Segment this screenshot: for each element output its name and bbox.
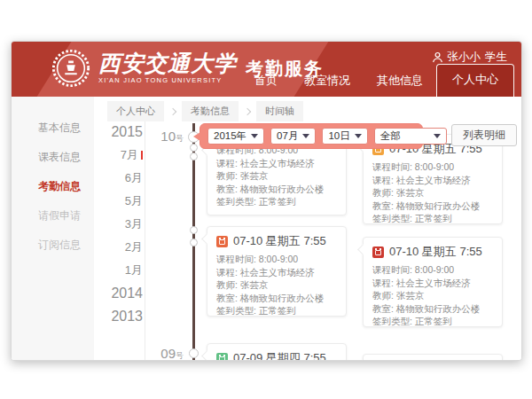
filter-dropdown[interactable]: 2015年 [207,128,264,145]
calendar-status-icon [372,246,384,258]
card-field: 教室: 格物致知行政办公楼 [216,183,337,196]
breadcrumb-item[interactable]: 考勤信息 [182,101,239,121]
calendar-status-icon [216,236,228,247]
chevron-down-icon [355,134,362,138]
timeline-divider [145,121,145,361]
day-number: 09 [160,346,176,361]
attendance-card: 07-09 星期四 7:55 [207,343,347,361]
timeline-year-label[interactable]: 2015 [63,121,143,144]
timeline-month-label[interactable]: 7月 [63,144,143,167]
timeline-month-label[interactable]: 2月 [63,236,143,259]
card-pointer [357,244,369,255]
card-field: 签到类型: 正常签到 [372,315,493,328]
filter-dropdown[interactable]: 10日 [322,128,367,145]
user-role: 学生 [485,50,507,65]
card-field: 教室: 格物致知行政办公楼 [216,292,337,305]
card-field: 课程时间: 8:00-9:00 [372,263,493,277]
card-field: 教师: 张芸京 [372,289,493,302]
university-name-cn: 西安交通大学 [98,52,237,75]
breadcrumb-item[interactable]: 个人中心 [107,101,164,121]
card-field: 签到类型: 正常签到 [372,212,493,225]
app-window: 西安交通大学 XI'AN JIAO TONG UNIVERSITY 考勤服务 张… [11,41,522,361]
content-area: 基本信息课表信息考勤信息请假申请订阅信息 个人中心考勤信息时间轴 20157月6… [12,97,521,361]
filter-bar: 2015年07月10日全部 [200,123,423,149]
card-field: 课程: 社会主义市场经济 [216,266,337,279]
day-marker-09[interactable]: 09号 [141,346,184,361]
user-info[interactable]: 张小小 学生 [432,50,508,65]
nav-tab[interactable]: 首页 [241,65,291,97]
card-title: 07-10 星期五 7:55 [389,244,482,260]
chevron-down-icon [434,134,441,138]
attendance-card: 课程时间: 8:00-9:00课程: 社会主义市场经济教师: 张芸京教室: 格物… [207,137,347,215]
filter-dropdown-value: 10日 [328,129,349,143]
card-pointer [201,233,213,245]
nav-tab[interactable]: 其他信息 [364,65,436,97]
timeline-year-label[interactable]: 2014 [63,282,143,305]
chevron-down-icon [251,134,258,138]
main-nav: 首页教室情况其他信息个人中心 [241,64,514,97]
filter-dropdown-value: 全部 [380,129,401,143]
timeline-month-label[interactable]: 5月 [63,190,143,213]
app-header: 西安交通大学 XI'AN JIAO TONG UNIVERSITY 考勤服务 张… [12,42,521,97]
timeline-dot [190,144,198,152]
chevron-right-icon [169,107,176,114]
timeline-month-nav: 20157月6月5月3月2月1月20142013 [63,121,143,328]
filter-dropdown[interactable]: 全部 [374,128,447,145]
timeline-month-label[interactable]: 6月 [63,167,143,190]
card-field: 课程时间: 8:00-9:00 [372,160,493,174]
timeline-dot [190,226,198,234]
university-emblem-icon [51,48,91,89]
breadcrumb-item[interactable]: 时间轴 [256,101,303,121]
card-field: 课程: 社会主义市场经济 [216,157,337,170]
card-field: 教师: 张芸京 [372,186,493,200]
filter-dropdown[interactable]: 07月 [270,128,316,145]
card-field: 教师: 张芸京 [216,278,337,292]
user-name: 张小小 [448,50,481,65]
card-header: 07-10 星期五 7:55 [216,233,337,249]
person-icon [432,51,443,63]
breadcrumb: 个人中心考勤信息时间轴 [107,101,303,121]
nav-tab[interactable]: 个人中心 [436,64,514,97]
card-title: 07-09 星期四 7:55 [233,350,326,361]
chevron-down-icon [302,134,309,138]
university-name-en: XI'AN JIAO TONG UNIVERSITY [98,76,237,84]
timeline-dot [190,153,198,160]
nav-tab[interactable]: 教室情况 [291,65,364,97]
attendance-card [363,354,503,361]
card-header: 07-09 星期四 7:55 [216,350,337,361]
card-field: 教室: 格物致知行政办公楼 [372,200,493,213]
attendance-card: 07-10 星期五 7:55课程时间: 8:00-9:00课程: 社会主义市场经… [207,226,347,317]
timeline-month-label[interactable]: 3月 [63,213,143,236]
timeline-dot [189,348,199,358]
chevron-right-icon [244,107,251,114]
card-header: 07-10 星期五 7:55 [372,244,493,260]
day-suffix: 号 [176,134,184,143]
card-field: 签到类型: 正常签到 [216,304,337,317]
list-detail-button[interactable]: 列表明细 [451,124,517,146]
filter-dropdown-value: 2015年 [214,129,246,143]
timeline-month-label[interactable]: 1月 [63,259,143,282]
day-suffix: 号 [176,351,184,360]
calendar-status-icon [216,353,228,362]
card-field: 教师: 张芸京 [216,169,337,183]
day-number: 10 [160,129,176,144]
timeline-dot [190,239,198,246]
card-pointer [201,350,213,361]
card-field: 课程: 社会主义市场经济 [372,174,493,187]
day-marker-10[interactable]: 10号 [141,129,184,145]
card-title: 07-10 星期五 7:55 [233,233,326,249]
timeline-year-label[interactable]: 2013 [63,305,143,328]
card-field: 签到类型: 正常签到 [216,195,337,208]
attendance-card: 07-10 星期五 7:55课程时间: 8:00-9:00课程: 社会主义市场经… [363,237,503,327]
card-field: 课程: 社会主义市场经济 [372,277,493,290]
filter-dropdown-value: 07月 [277,129,298,143]
card-field: 课程时间: 8:00-9:00 [216,253,337,266]
card-field: 教室: 格物致知行政办公楼 [372,302,493,316]
